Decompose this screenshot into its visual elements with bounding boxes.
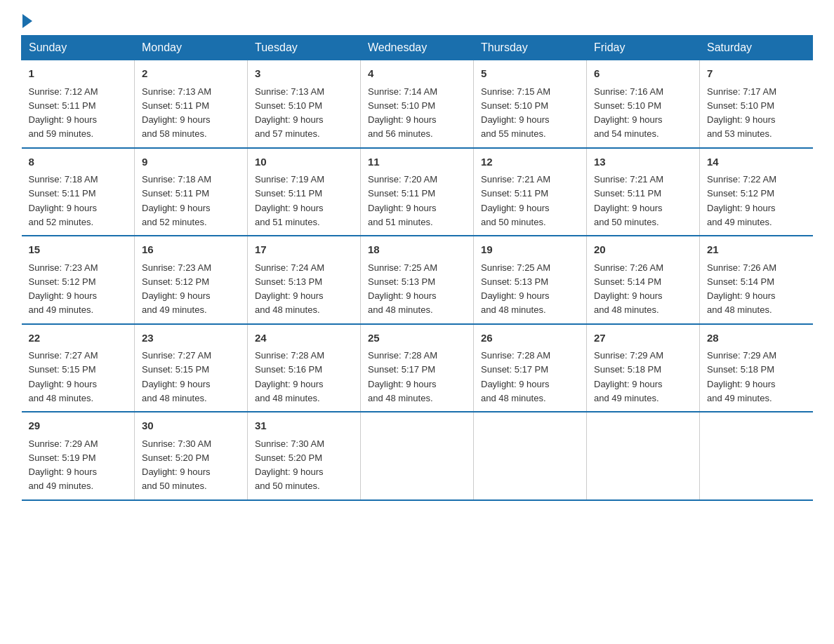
page-header	[21, 14, 813, 28]
calendar-cell: 6Sunrise: 7:16 AMSunset: 5:10 PMDaylight…	[587, 60, 700, 148]
day-number: 3	[255, 66, 353, 82]
day-info: Sunrise: 7:14 AMSunset: 5:10 PMDaylight:…	[368, 86, 437, 140]
day-number: 29	[29, 418, 128, 434]
day-info: Sunrise: 7:12 AMSunset: 5:11 PMDaylight:…	[29, 86, 98, 140]
calendar-cell: 1Sunrise: 7:12 AMSunset: 5:11 PMDaylight…	[22, 60, 135, 148]
calendar-cell: 4Sunrise: 7:14 AMSunset: 5:10 PMDaylight…	[361, 60, 474, 148]
calendar-cell: 28Sunrise: 7:29 AMSunset: 5:18 PMDayligh…	[700, 324, 813, 412]
calendar-cell: 19Sunrise: 7:25 AMSunset: 5:13 PMDayligh…	[474, 236, 587, 324]
day-number: 7	[707, 66, 806, 82]
calendar-header-row: SundayMondayTuesdayWednesdayThursdayFrid…	[22, 36, 813, 60]
day-number: 12	[481, 154, 579, 170]
calendar-cell: 25Sunrise: 7:28 AMSunset: 5:17 PMDayligh…	[361, 324, 474, 412]
calendar-cell: 8Sunrise: 7:18 AMSunset: 5:11 PMDaylight…	[22, 148, 135, 236]
calendar-cell: 23Sunrise: 7:27 AMSunset: 5:15 PMDayligh…	[135, 324, 248, 412]
day-number: 21	[707, 242, 806, 258]
calendar-cell: 11Sunrise: 7:20 AMSunset: 5:11 PMDayligh…	[361, 148, 474, 236]
day-info: Sunrise: 7:29 AMSunset: 5:18 PMDaylight:…	[594, 350, 663, 403]
day-info: Sunrise: 7:27 AMSunset: 5:15 PMDaylight:…	[29, 350, 98, 403]
day-number: 27	[594, 330, 692, 347]
day-info: Sunrise: 7:25 AMSunset: 5:13 PMDaylight:…	[368, 262, 437, 316]
day-info: Sunrise: 7:17 AMSunset: 5:10 PMDaylight:…	[707, 86, 776, 140]
day-info: Sunrise: 7:28 AMSunset: 5:17 PMDaylight:…	[368, 350, 437, 403]
day-info: Sunrise: 7:29 AMSunset: 5:18 PMDaylight:…	[707, 350, 776, 403]
day-number: 16	[142, 242, 240, 258]
day-number: 22	[29, 330, 128, 347]
day-number: 11	[368, 154, 466, 170]
day-info: Sunrise: 7:25 AMSunset: 5:13 PMDaylight:…	[481, 262, 550, 316]
calendar-cell: 26Sunrise: 7:28 AMSunset: 5:17 PMDayligh…	[474, 324, 587, 412]
calendar-cell: 16Sunrise: 7:23 AMSunset: 5:12 PMDayligh…	[135, 236, 248, 324]
calendar-week-row: 15Sunrise: 7:23 AMSunset: 5:12 PMDayligh…	[22, 236, 813, 324]
calendar-week-row: 8Sunrise: 7:18 AMSunset: 5:11 PMDaylight…	[22, 148, 813, 236]
calendar-cell	[361, 412, 474, 500]
day-number: 5	[481, 66, 579, 82]
day-number: 25	[368, 330, 466, 347]
calendar-cell: 5Sunrise: 7:15 AMSunset: 5:10 PMDaylight…	[474, 60, 587, 148]
day-number: 10	[255, 154, 353, 170]
day-number: 15	[29, 242, 128, 258]
calendar-cell	[474, 412, 587, 500]
header-saturday: Saturday	[700, 36, 813, 60]
calendar-cell: 15Sunrise: 7:23 AMSunset: 5:12 PMDayligh…	[22, 236, 135, 324]
header-sunday: Sunday	[22, 36, 135, 60]
logo-triangle-icon	[22, 14, 32, 28]
calendar-cell: 30Sunrise: 7:30 AMSunset: 5:20 PMDayligh…	[135, 412, 248, 500]
day-info: Sunrise: 7:21 AMSunset: 5:11 PMDaylight:…	[481, 174, 550, 227]
day-number: 17	[255, 242, 353, 258]
calendar-cell	[700, 412, 813, 500]
day-number: 8	[29, 154, 128, 170]
calendar-cell: 2Sunrise: 7:13 AMSunset: 5:11 PMDaylight…	[135, 60, 248, 148]
day-number: 1	[29, 66, 128, 82]
calendar-cell: 13Sunrise: 7:21 AMSunset: 5:11 PMDayligh…	[587, 148, 700, 236]
day-info: Sunrise: 7:30 AMSunset: 5:20 PMDaylight:…	[255, 438, 324, 492]
day-number: 14	[707, 154, 806, 170]
calendar-week-row: 22Sunrise: 7:27 AMSunset: 5:15 PMDayligh…	[22, 324, 813, 412]
day-info: Sunrise: 7:16 AMSunset: 5:10 PMDaylight:…	[594, 86, 663, 140]
calendar-cell: 17Sunrise: 7:24 AMSunset: 5:13 PMDayligh…	[248, 236, 361, 324]
calendar-cell: 21Sunrise: 7:26 AMSunset: 5:14 PMDayligh…	[700, 236, 813, 324]
day-info: Sunrise: 7:24 AMSunset: 5:13 PMDaylight:…	[255, 262, 324, 316]
day-info: Sunrise: 7:27 AMSunset: 5:15 PMDaylight:…	[142, 350, 211, 403]
day-info: Sunrise: 7:28 AMSunset: 5:17 PMDaylight:…	[481, 350, 550, 403]
day-number: 4	[368, 66, 466, 82]
calendar-week-row: 1Sunrise: 7:12 AMSunset: 5:11 PMDaylight…	[22, 60, 813, 148]
day-number: 13	[594, 154, 692, 170]
day-number: 31	[255, 418, 353, 434]
header-monday: Monday	[135, 36, 248, 60]
day-number: 28	[707, 330, 806, 347]
calendar-cell: 12Sunrise: 7:21 AMSunset: 5:11 PMDayligh…	[474, 148, 587, 236]
calendar-cell	[587, 412, 700, 500]
day-info: Sunrise: 7:26 AMSunset: 5:14 PMDaylight:…	[707, 262, 776, 316]
calendar-table: SundayMondayTuesdayWednesdayThursdayFrid…	[21, 35, 813, 501]
calendar-cell: 3Sunrise: 7:13 AMSunset: 5:10 PMDaylight…	[248, 60, 361, 148]
day-info: Sunrise: 7:13 AMSunset: 5:11 PMDaylight:…	[142, 86, 211, 140]
day-info: Sunrise: 7:13 AMSunset: 5:10 PMDaylight:…	[255, 86, 324, 140]
calendar-cell: 22Sunrise: 7:27 AMSunset: 5:15 PMDayligh…	[22, 324, 135, 412]
header-thursday: Thursday	[474, 36, 587, 60]
day-number: 6	[594, 66, 692, 82]
header-friday: Friday	[587, 36, 700, 60]
day-number: 2	[142, 66, 240, 82]
day-info: Sunrise: 7:30 AMSunset: 5:20 PMDaylight:…	[142, 438, 211, 492]
day-info: Sunrise: 7:23 AMSunset: 5:12 PMDaylight:…	[29, 262, 98, 316]
day-number: 30	[142, 418, 240, 434]
calendar-cell: 29Sunrise: 7:29 AMSunset: 5:19 PMDayligh…	[22, 412, 135, 500]
day-info: Sunrise: 7:18 AMSunset: 5:11 PMDaylight:…	[29, 174, 98, 227]
day-info: Sunrise: 7:22 AMSunset: 5:12 PMDaylight:…	[707, 174, 776, 227]
calendar-cell: 9Sunrise: 7:18 AMSunset: 5:11 PMDaylight…	[135, 148, 248, 236]
day-info: Sunrise: 7:26 AMSunset: 5:14 PMDaylight:…	[594, 262, 663, 316]
calendar-cell: 20Sunrise: 7:26 AMSunset: 5:14 PMDayligh…	[587, 236, 700, 324]
day-number: 20	[594, 242, 692, 258]
day-number: 24	[255, 330, 353, 347]
day-number: 19	[481, 242, 579, 258]
day-number: 18	[368, 242, 466, 258]
calendar-cell: 7Sunrise: 7:17 AMSunset: 5:10 PMDaylight…	[700, 60, 813, 148]
day-info: Sunrise: 7:18 AMSunset: 5:11 PMDaylight:…	[142, 174, 211, 227]
day-info: Sunrise: 7:23 AMSunset: 5:12 PMDaylight:…	[142, 262, 211, 316]
day-number: 9	[142, 154, 240, 170]
day-number: 26	[481, 330, 579, 347]
header-wednesday: Wednesday	[361, 36, 474, 60]
day-info: Sunrise: 7:20 AMSunset: 5:11 PMDaylight:…	[368, 174, 437, 227]
day-number: 23	[142, 330, 240, 347]
